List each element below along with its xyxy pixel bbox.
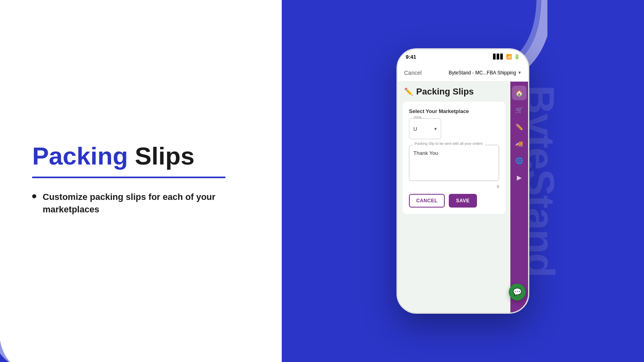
nav-title-text: ByteStand - MC...FBA Shipping bbox=[449, 70, 516, 76]
chat-icon: 💬 bbox=[513, 288, 522, 296]
sidebar-item-play[interactable]: ▶ bbox=[512, 170, 526, 185]
edit-icon: ✏️ bbox=[515, 123, 523, 131]
chat-fab-button[interactable]: 💬 bbox=[509, 284, 526, 300]
signal-icon: ▋▋▋ bbox=[493, 54, 504, 60]
main-content-area: ✏️ Packing Slips Select Your Marketplace… bbox=[398, 82, 510, 313]
wifi-icon: 📶 bbox=[506, 54, 512, 60]
bullet-dot bbox=[32, 194, 36, 198]
marketplace-label: Select Your Marketplace bbox=[409, 108, 499, 114]
home-icon: 🏠 bbox=[515, 89, 523, 97]
marketplace-select-wrapper: Ama... U ▼ bbox=[409, 118, 441, 139]
battery-icon: 🔋 bbox=[514, 54, 520, 60]
sidebar-item-globe[interactable]: 🌐 bbox=[512, 153, 526, 168]
feature-list: Customize packing slips for each of your… bbox=[32, 191, 250, 221]
form-card: Select Your Marketplace Ama... U ▼ Packi… bbox=[402, 102, 506, 214]
packing-slip-textarea-wrapper: Packing Slip to be sent with all your or… bbox=[409, 145, 499, 183]
marketplace-select-value: U bbox=[413, 126, 417, 132]
sidebar-item-shipping[interactable]: 🚚 bbox=[512, 136, 526, 151]
truck-icon: 🚚 bbox=[515, 140, 523, 148]
list-item: Customize packing slips for each of your… bbox=[32, 191, 250, 216]
status-time: 9:41 bbox=[406, 54, 416, 60]
heading-slips: Slips bbox=[128, 142, 194, 170]
page-heading: Packing Slips bbox=[32, 142, 250, 170]
sidebar: 🏠 🛒 ✏️ 🚚 🌐 ▶ bbox=[510, 82, 528, 313]
textarea-counter: 9 bbox=[409, 184, 499, 189]
globe-icon: 🌐 bbox=[515, 157, 523, 165]
pencil-icon: ✏️ bbox=[404, 87, 413, 96]
left-section: Packing Slips Customize packing slips fo… bbox=[0, 0, 282, 362]
nav-title: ByteStand - MC...FBA Shipping ▼ bbox=[449, 70, 522, 76]
play-icon: ▶ bbox=[517, 174, 522, 181]
nav-cancel-button[interactable]: Cancel bbox=[404, 70, 422, 76]
right-section: ByteStand 9:41 ▋▋▋ 📶 🔋 Cancel ByteStand … bbox=[282, 0, 644, 362]
phone-mockup: 9:41 ▋▋▋ 📶 🔋 Cancel ByteStand - MC...FBA… bbox=[396, 48, 529, 314]
packing-slip-textarea[interactable] bbox=[409, 145, 499, 181]
arc-bottom-left-decoration bbox=[0, 314, 48, 362]
sidebar-item-home[interactable]: 🏠 bbox=[512, 86, 526, 100]
phone-body: ✏️ Packing Slips Select Your Marketplace… bbox=[398, 82, 528, 313]
heading-wrapper: Packing Slips bbox=[32, 142, 250, 191]
cancel-button[interactable]: CANCEL bbox=[409, 194, 445, 208]
page-header: ✏️ Packing Slips bbox=[398, 82, 510, 102]
cart-icon: 🛒 bbox=[515, 106, 523, 114]
page-title: Packing Slips bbox=[416, 86, 474, 97]
heading-packing: Packing bbox=[32, 142, 128, 170]
status-icons: ▋▋▋ 📶 🔋 bbox=[493, 54, 520, 60]
dropdown-arrow-icon: ▼ bbox=[433, 127, 438, 131]
status-bar: 9:41 ▋▋▋ 📶 🔋 bbox=[398, 49, 528, 64]
textarea-label: Packing Slip to be sent with all your or… bbox=[413, 142, 485, 146]
form-buttons: CANCEL SAVE bbox=[409, 194, 499, 208]
sidebar-item-edit[interactable]: ✏️ bbox=[512, 119, 526, 134]
save-button[interactable]: SAVE bbox=[449, 194, 477, 208]
heading-underline bbox=[32, 177, 225, 178]
sidebar-item-cart[interactable]: 🛒 bbox=[512, 103, 526, 117]
nav-dropdown-arrow-icon[interactable]: ▼ bbox=[518, 70, 522, 75]
nav-bar: Cancel ByteStand - MC...FBA Shipping ▼ bbox=[398, 64, 528, 82]
marketplace-select[interactable]: U ▼ bbox=[409, 118, 441, 139]
